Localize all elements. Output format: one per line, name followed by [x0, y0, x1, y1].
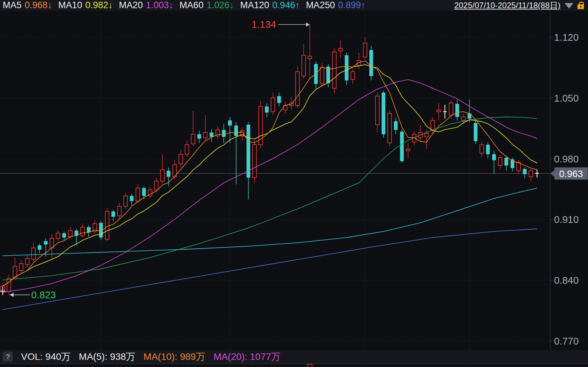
candle-body	[425, 134, 428, 137]
chevron-down-icon[interactable]	[565, 3, 573, 8]
volume-info-bar: ? VOL: 940万 MA(5): 938万 MA(10): 989万 MA(…	[0, 350, 588, 364]
high-marker: 1.134	[252, 19, 310, 30]
candle-body	[117, 206, 121, 216]
candle	[419, 125, 422, 141]
candle	[271, 92, 275, 115]
high-marker-arrowhead	[306, 22, 310, 27]
candle-body	[271, 98, 275, 112]
candle	[523, 167, 527, 178]
candle-body	[62, 233, 66, 238]
ma-label: MA120	[240, 0, 269, 11]
candle-body	[136, 188, 140, 201]
candle-body	[351, 72, 355, 80]
candle	[50, 234, 54, 259]
y-axis-label: 0.910	[554, 214, 579, 225]
y-axis-label: 0.980	[554, 154, 579, 164]
candlestick-chart[interactable]: 1.1201.0500.9800.9100.8400.7701.1340.823…	[0, 0, 588, 367]
candle-body	[302, 55, 306, 76]
ma-label: MA10	[58, 0, 82, 11]
candle	[136, 185, 140, 203]
candle-body	[228, 120, 232, 125]
candle	[259, 101, 262, 148]
candle	[25, 255, 29, 267]
candle	[130, 194, 133, 205]
ma-label: MA20	[119, 0, 143, 11]
candle-body	[474, 123, 477, 141]
lock-icon[interactable]	[577, 4, 584, 9]
candle	[363, 37, 367, 59]
candle-body	[154, 181, 158, 190]
candle	[56, 231, 60, 241]
candle	[394, 118, 398, 135]
candle	[93, 220, 97, 234]
candle-body	[437, 110, 441, 112]
candle-body	[400, 132, 404, 161]
candle	[357, 53, 361, 69]
candle	[492, 151, 496, 174]
candle-body	[185, 145, 189, 154]
ma60-line	[3, 117, 537, 280]
candle	[351, 68, 355, 84]
ma-value: 0.968↓	[25, 0, 52, 11]
candle-body	[13, 266, 17, 277]
app-root: 1.1201.0500.9800.9100.8400.7701.1340.823…	[0, 0, 588, 367]
ma-value: 0.899↑	[338, 0, 366, 11]
volume-bar	[308, 364, 312, 367]
candle-body	[345, 55, 349, 81]
candle-body	[338, 48, 342, 51]
candle-body	[467, 113, 471, 119]
candle-body	[461, 117, 465, 120]
candle	[197, 131, 201, 143]
candle	[38, 244, 41, 253]
candle	[535, 170, 539, 178]
candle-body	[111, 211, 115, 216]
candle-body	[246, 125, 250, 178]
candle-body	[504, 158, 508, 165]
candle	[480, 141, 484, 157]
candle-body	[179, 154, 183, 164]
ma-value: 1.026↓	[206, 0, 234, 11]
ma-legend-item-ma120: MA1200.946↑	[240, 0, 300, 11]
candle-body	[124, 196, 127, 206]
candle-body	[480, 145, 484, 154]
candle	[498, 155, 502, 169]
candle-body	[234, 126, 238, 136]
y-axis-label: 0.840	[554, 275, 579, 286]
candle	[105, 208, 109, 241]
candle	[87, 225, 91, 237]
candle-body	[105, 211, 109, 239]
candle	[265, 103, 269, 117]
date-range-selector[interactable]: 2025/07/10-2025/11/18(88日)	[454, 0, 561, 11]
current-price-value: 0.963	[559, 169, 583, 179]
candle-body	[394, 121, 398, 130]
candle-body	[7, 278, 11, 291]
candle	[124, 192, 127, 209]
candle	[246, 122, 250, 199]
candle-body	[431, 120, 435, 130]
candle-body	[167, 171, 170, 177]
candle	[400, 129, 404, 163]
ma120-line	[3, 188, 537, 256]
candle	[222, 124, 226, 143]
candle	[302, 44, 306, 78]
ma-legend-item-ma60: MA601.026↓	[180, 0, 234, 11]
candle	[19, 260, 23, 273]
candle	[474, 120, 477, 144]
topbar-right: 2025/07/10-2025/11/18(88日)	[454, 0, 585, 11]
vol-ma20-value: MA(20): 1077万	[214, 350, 281, 363]
low-marker-label: 0.823	[31, 290, 56, 300]
candle-body	[19, 264, 23, 270]
candle-body	[32, 248, 35, 259]
help-button[interactable]: ?	[3, 352, 13, 362]
candle	[332, 48, 336, 93]
candle-body	[498, 158, 502, 165]
vol-value: VOL: 940万	[21, 350, 71, 363]
candle	[148, 187, 152, 198]
ma-value: 0.946↑	[272, 0, 300, 11]
candle-body	[357, 60, 361, 66]
ma-legend-item-ma20: MA201.003↓	[119, 0, 173, 11]
candle	[210, 129, 214, 142]
candle-body	[492, 154, 496, 160]
candle-body	[320, 67, 324, 84]
candle	[388, 110, 391, 146]
